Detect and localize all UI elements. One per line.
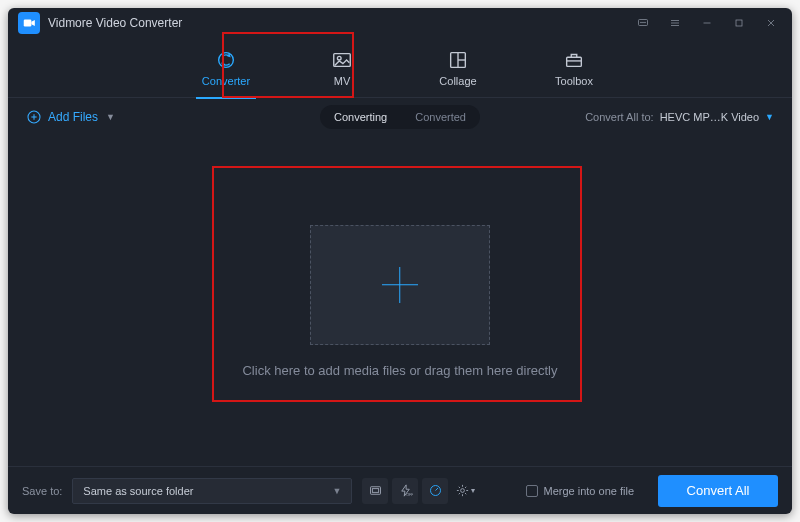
menu-icon[interactable] — [668, 16, 682, 30]
bolt-off-icon: OFF — [398, 483, 413, 498]
tab-converted[interactable]: Converted — [401, 111, 480, 123]
drop-hint: Click here to add media files or drag th… — [242, 363, 557, 378]
tab-label: Toolbox — [555, 75, 593, 87]
plus-circle-icon — [26, 109, 42, 125]
convert-all-button[interactable]: Convert All — [658, 475, 778, 507]
tab-collage[interactable]: Collage — [420, 43, 496, 93]
app-window: Vidmore Video Converter Converter MV Col… — [8, 8, 792, 514]
tab-label: MV — [334, 75, 351, 87]
add-files-label: Add Files — [48, 110, 98, 124]
drop-target-box[interactable] — [310, 225, 490, 345]
high-speed-button[interactable] — [422, 478, 448, 504]
folder-icon — [368, 483, 383, 498]
svg-rect-0 — [24, 20, 32, 27]
feedback-icon[interactable] — [636, 16, 650, 30]
svg-point-4 — [645, 22, 646, 23]
maximize-icon[interactable] — [732, 16, 746, 30]
title-bar: Vidmore Video Converter — [8, 8, 792, 38]
plus-icon — [382, 267, 418, 303]
svg-rect-18 — [567, 57, 582, 66]
tab-label: Collage — [439, 75, 476, 87]
svg-rect-9 — [736, 20, 742, 26]
convert-all-label: Convert All — [687, 483, 750, 498]
minimize-icon[interactable] — [700, 16, 714, 30]
mv-icon — [331, 49, 353, 71]
collage-icon — [447, 49, 469, 71]
toolbox-icon — [563, 49, 585, 71]
convert-all-to-value: HEVC MP…K Video — [660, 111, 759, 123]
gear-icon — [455, 483, 470, 498]
app-logo — [18, 12, 40, 34]
convert-all-to-label: Convert All to: — [585, 111, 653, 123]
footer-bar: Save to: Same as source folder ▼ OFF ▾ M… — [8, 466, 792, 514]
close-icon[interactable] — [764, 16, 778, 30]
merge-label: Merge into one file — [544, 485, 635, 497]
window-controls — [636, 16, 778, 30]
tab-converting[interactable]: Converting — [320, 111, 401, 123]
chevron-down-icon: ▼ — [332, 486, 341, 496]
main-area: Click here to add media files or drag th… — [8, 136, 792, 466]
checkbox-icon — [526, 485, 538, 497]
footer-icons: OFF ▾ — [362, 478, 478, 504]
converter-icon — [215, 49, 237, 71]
save-to-label: Save to: — [22, 485, 62, 497]
merge-checkbox[interactable]: Merge into one file — [526, 485, 635, 497]
tab-label: Converter — [202, 75, 250, 87]
save-to-value: Same as source folder — [83, 485, 193, 497]
app-title: Vidmore Video Converter — [48, 16, 182, 30]
convert-all-to-select[interactable]: Convert All to: HEVC MP…K Video ▼ — [585, 111, 774, 123]
save-to-select[interactable]: Same as source folder ▼ — [72, 478, 352, 504]
chevron-down-icon: ▼ — [106, 112, 115, 122]
chevron-down-icon: ▼ — [765, 112, 774, 122]
svg-point-3 — [643, 22, 644, 23]
status-tabs: Converting Converted — [320, 105, 480, 129]
settings-button[interactable]: ▾ — [452, 478, 478, 504]
tab-mv[interactable]: MV — [304, 43, 380, 93]
open-folder-button[interactable] — [362, 478, 388, 504]
top-nav: Converter MV Collage Toolbox — [8, 38, 792, 98]
drop-zone[interactable]: Click here to add media files or drag th… — [242, 225, 557, 378]
svg-text:OFF: OFF — [406, 493, 413, 497]
svg-point-27 — [461, 489, 465, 493]
svg-point-14 — [337, 56, 341, 60]
chevron-down-icon: ▾ — [471, 486, 475, 495]
tab-converter[interactable]: Converter — [188, 43, 264, 93]
svg-point-2 — [641, 22, 642, 23]
hardware-accel-button[interactable]: OFF — [392, 478, 418, 504]
tab-toolbox[interactable]: Toolbox — [536, 43, 612, 93]
speed-icon — [428, 483, 443, 498]
sub-bar: Add Files ▼ Converting Converted Convert… — [8, 98, 792, 136]
svg-rect-24 — [372, 489, 378, 493]
add-files-button[interactable]: Add Files ▼ — [26, 109, 115, 125]
